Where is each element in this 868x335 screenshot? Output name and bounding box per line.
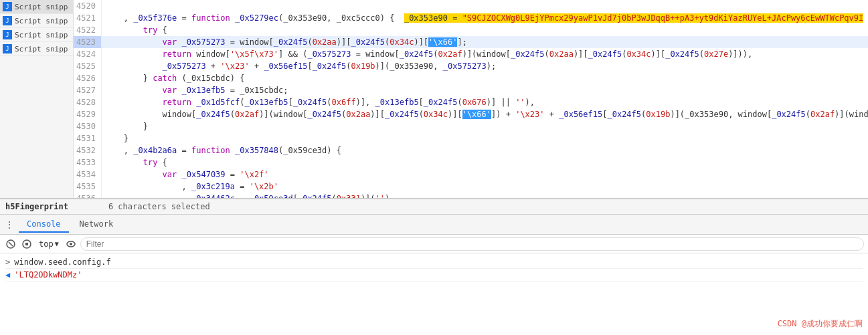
svg-point-5 [70,243,72,245]
console-tabs: ⋮ Console Network [0,215,868,235]
code-line-4534: 4534 var _0x547039 = '\x2f' [74,169,868,181]
status-selection: 6 characters selected [108,202,210,211]
code-line-4529: 4529 window[_0x24f5(0x2af)](window[_0x24… [74,108,868,120]
sidebar-item-3[interactable]: J Script snipp [0,28,73,42]
tab-network[interactable]: Network [72,217,122,233]
status-bar: h5Fingerprint 6 characters selected [0,199,868,215]
console-text-2: 'LTQ2ODkwNDMz' [14,270,82,280]
code-line-4526: 4526 } catch (_0x15cbdc) { [74,72,868,84]
console-arrow-2: ◀ [5,270,10,280]
sidebar: J Script snipp J Script snipp J Script s… [0,0,74,198]
code-line-4521: 4521 , _0x5f376e = function _0x5279ec(_0… [74,12,868,24]
eye-icon-button[interactable] [64,237,78,251]
console-bottom: top ▼ > window.seed.config.f ◀ 'LTQ2ODkw… [0,235,868,335]
console-arrow-1: > [5,257,10,267]
code-line-4523: 4523 var _0x575273 = window[_0x24f5(0x2a… [74,36,868,48]
sidebar-item-2[interactable]: J Script snipp [0,14,73,28]
sidebar-label-4: Script snipp [15,45,68,53]
filter-input[interactable] [80,237,864,251]
sidebar-label-1: Script snipp [15,3,68,11]
code-line-4525: 4525 _0x575273 + '\x23' + _0x56ef15[_0x2… [74,60,868,72]
code-line-4527: 4527 var _0x13efb5 = _0x15cbdc; [74,84,868,96]
sidebar-item-1[interactable]: J Script snipp [0,0,73,14]
context-selector[interactable]: top ▼ [36,238,62,250]
file-icon-2: J [3,16,12,25]
console-toolbar: top ▼ [0,235,868,253]
dropdown-arrow-icon: ▼ [55,240,59,247]
context-label: top [39,239,54,249]
code-line-4528: 4528 return _0x1d5fcf(_0x13efb5[_0x24f5(… [74,96,868,108]
code-line-4535: 4535 , _0x3c219a = '\x2b' [74,181,868,193]
console-output: > window.seed.config.f ◀ 'LTQ2ODkwNDMz' [0,253,868,335]
code-line-4520: 4520 [74,0,868,12]
code-line-4531: 4531 } [74,132,868,144]
devtools-container: J Script snipp J Script snipp J Script s… [0,0,868,335]
code-line-4533: 4533 try { [74,156,868,169]
code-line-4536: 4536 , _0x34462c = _0x59ce3d[_0x24f5(0x3… [74,193,868,198]
sidebar-label-3: Script snipp [15,31,68,39]
status-filename: h5Fingerprint [5,202,68,211]
console-line-1: > window.seed.config.f [5,256,863,269]
file-icon-4: J [3,44,12,53]
tab-menu-icon[interactable]: ⋮ [3,218,16,231]
code-line-4530: 4530 } [74,120,868,132]
watermark: CSDN @成功你要成仁啊 [778,318,863,330]
file-icon-1: J [3,2,12,11]
code-line-4524: 4524 return window['\x5f\x73'] && (_0x57… [74,48,868,60]
code-line-4532: 4532 , _0x4b2a6a = function _0x357848(_0… [74,144,868,156]
console-text-1: window.seed.config.f [14,257,111,267]
svg-line-1 [9,242,13,246]
console-line-2: ◀ 'LTQ2ODkwNDMz' [5,269,863,282]
stop-button[interactable] [20,237,33,251]
svg-rect-3 [25,243,28,245]
tab-console[interactable]: Console [19,217,69,233]
clear-console-button[interactable] [4,237,17,251]
code-lines: 4520 4521 , _0x5f376e = function _0x5279… [74,0,868,198]
file-icon-3: J [3,30,12,39]
sidebar-label-2: Script snipp [15,17,68,25]
code-area[interactable]: 4520 4521 , _0x5f376e = function _0x5279… [74,0,868,198]
code-panel: J Script snipp J Script snipp J Script s… [0,0,868,199]
code-line-4522: 4522 try { [74,24,868,36]
sidebar-item-4[interactable]: J Script snipp [0,42,73,56]
